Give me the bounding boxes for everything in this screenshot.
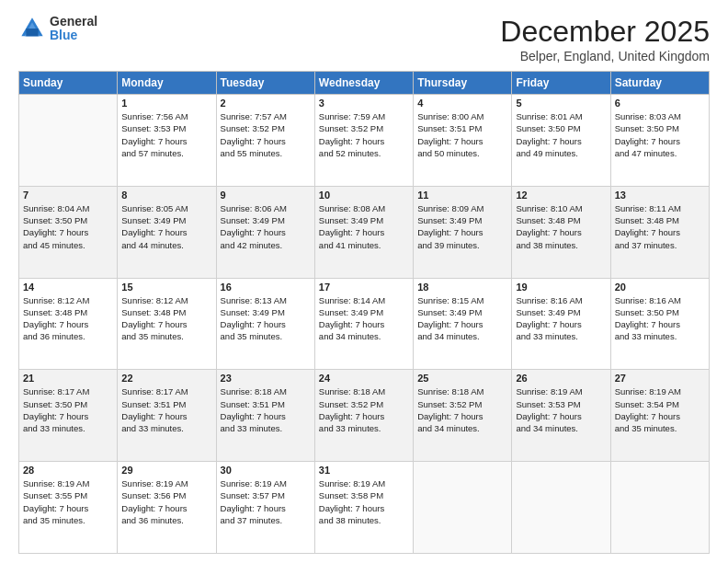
- sunrise-text: Sunrise: 8:00 AM: [417, 111, 483, 121]
- daylight-minutes-text: and 34 minutes.: [417, 423, 480, 433]
- sunrise-text: Sunrise: 8:06 AM: [221, 203, 287, 213]
- sunset-text: Sunset: 3:51 PM: [221, 399, 285, 409]
- sunrise-text: Sunrise: 8:09 AM: [417, 203, 483, 213]
- sunrise-text: Sunrise: 8:18 AM: [221, 386, 287, 396]
- header-tuesday: Tuesday: [216, 72, 314, 95]
- day-info: Sunrise: 8:03 AMSunset: 3:50 PMDaylight:…: [615, 110, 705, 159]
- day-info: Sunrise: 8:17 AMSunset: 3:51 PMDaylight:…: [121, 385, 211, 434]
- calendar-week-row: 7Sunrise: 8:04 AMSunset: 3:50 PMDaylight…: [19, 186, 710, 278]
- table-row: 15Sunrise: 8:12 AMSunset: 3:48 PMDayligh…: [118, 278, 216, 370]
- table-row: 21Sunrise: 8:17 AMSunset: 3:50 PMDayligh…: [19, 370, 118, 462]
- day-number: 5: [516, 98, 606, 109]
- sunrise-text: Sunrise: 8:01 AM: [516, 111, 582, 121]
- day-info: Sunrise: 7:59 AMSunset: 3:52 PMDaylight:…: [319, 110, 409, 159]
- sunset-text: Sunset: 3:58 PM: [319, 490, 383, 500]
- table-row: [610, 462, 709, 554]
- day-number: 8: [121, 190, 211, 201]
- sunset-text: Sunset: 3:49 PM: [516, 307, 580, 317]
- sunset-text: Sunset: 3:49 PM: [121, 215, 186, 225]
- daylight-minutes-text: and 34 minutes.: [417, 331, 480, 341]
- calendar-week-row: 21Sunrise: 8:17 AMSunset: 3:50 PMDayligh…: [19, 370, 710, 462]
- calendar-week-row: 28Sunrise: 8:19 AMSunset: 3:55 PMDayligh…: [19, 462, 710, 554]
- calendar-table: Sunday Monday Tuesday Wednesday Thursday…: [18, 71, 710, 554]
- sunrise-text: Sunrise: 8:04 AM: [23, 203, 89, 213]
- table-row: 4Sunrise: 8:00 AMSunset: 3:51 PMDaylight…: [414, 95, 512, 187]
- sunrise-text: Sunrise: 8:08 AM: [319, 203, 385, 213]
- daylight-text: Daylight: 7 hours: [417, 136, 483, 146]
- sunrise-text: Sunrise: 8:16 AM: [615, 295, 681, 305]
- sunset-text: Sunset: 3:54 PM: [615, 399, 679, 409]
- day-info: Sunrise: 8:17 AMSunset: 3:50 PMDaylight:…: [23, 385, 113, 434]
- day-number: 22: [121, 373, 211, 384]
- sunset-text: Sunset: 3:49 PM: [221, 307, 285, 317]
- daylight-minutes-text: and 45 minutes.: [23, 240, 85, 250]
- sunrise-text: Sunrise: 8:12 AM: [121, 295, 188, 305]
- sunset-text: Sunset: 3:49 PM: [221, 215, 285, 225]
- day-number: 31: [319, 465, 409, 476]
- daylight-text: Daylight: 7 hours: [121, 136, 187, 146]
- daylight-text: Daylight: 7 hours: [23, 227, 88, 237]
- day-number: 19: [516, 282, 606, 293]
- day-info: Sunrise: 8:01 AMSunset: 3:50 PMDaylight:…: [516, 110, 606, 159]
- day-info: Sunrise: 8:19 AMSunset: 3:55 PMDaylight:…: [23, 477, 113, 526]
- daylight-text: Daylight: 7 hours: [23, 411, 88, 421]
- table-row: 30Sunrise: 8:19 AMSunset: 3:57 PMDayligh…: [216, 462, 314, 554]
- day-number: 23: [221, 373, 311, 384]
- daylight-text: Daylight: 7 hours: [516, 319, 581, 329]
- day-info: Sunrise: 8:09 AMSunset: 3:49 PMDaylight:…: [417, 202, 507, 251]
- sunset-text: Sunset: 3:50 PM: [23, 215, 87, 225]
- table-row: 11Sunrise: 8:09 AMSunset: 3:49 PMDayligh…: [414, 186, 512, 278]
- daylight-minutes-text: and 35 minutes.: [221, 331, 283, 341]
- day-number: 3: [319, 98, 409, 109]
- daylight-minutes-text: and 44 minutes.: [121, 240, 184, 250]
- header-saturday: Saturday: [610, 72, 709, 95]
- sunset-text: Sunset: 3:49 PM: [319, 215, 383, 225]
- sunrise-text: Sunrise: 8:15 AM: [417, 295, 483, 305]
- sunrise-text: Sunrise: 8:19 AM: [516, 386, 582, 396]
- daylight-text: Daylight: 7 hours: [319, 227, 384, 237]
- daylight-minutes-text: and 35 minutes.: [121, 331, 184, 341]
- daylight-minutes-text: and 36 minutes.: [121, 515, 184, 525]
- table-row: 1Sunrise: 7:56 AMSunset: 3:53 PMDaylight…: [118, 95, 216, 187]
- sunset-text: Sunset: 3:53 PM: [516, 399, 580, 409]
- calendar-week-row: 14Sunrise: 8:12 AMSunset: 3:48 PMDayligh…: [19, 278, 710, 370]
- day-info: Sunrise: 8:16 AMSunset: 3:49 PMDaylight:…: [516, 294, 606, 343]
- logo: General Blue: [18, 15, 97, 43]
- table-row: 20Sunrise: 8:16 AMSunset: 3:50 PMDayligh…: [610, 278, 709, 370]
- table-row: 31Sunrise: 8:19 AMSunset: 3:58 PMDayligh…: [314, 462, 413, 554]
- sunset-text: Sunset: 3:53 PM: [121, 123, 186, 133]
- daylight-text: Daylight: 7 hours: [23, 503, 88, 513]
- day-info: Sunrise: 8:18 AMSunset: 3:52 PMDaylight:…: [417, 385, 507, 434]
- table-row: 24Sunrise: 8:18 AMSunset: 3:52 PMDayligh…: [314, 370, 413, 462]
- day-number: 27: [615, 373, 705, 384]
- table-row: 18Sunrise: 8:15 AMSunset: 3:49 PMDayligh…: [414, 278, 512, 370]
- sunrise-text: Sunrise: 7:57 AM: [221, 111, 287, 121]
- daylight-text: Daylight: 7 hours: [319, 503, 384, 513]
- day-info: Sunrise: 8:19 AMSunset: 3:53 PMDaylight:…: [516, 385, 606, 434]
- daylight-text: Daylight: 7 hours: [319, 136, 384, 146]
- day-number: 7: [23, 190, 113, 201]
- day-number: 2: [221, 98, 311, 109]
- logo-text: General Blue: [50, 15, 97, 43]
- daylight-text: Daylight: 7 hours: [319, 319, 384, 329]
- daylight-text: Daylight: 7 hours: [417, 319, 483, 329]
- day-number: 9: [221, 190, 311, 201]
- day-number: 28: [23, 465, 113, 476]
- day-info: Sunrise: 8:11 AMSunset: 3:48 PMDaylight:…: [615, 202, 705, 251]
- sunset-text: Sunset: 3:48 PM: [615, 215, 679, 225]
- sunset-text: Sunset: 3:51 PM: [417, 123, 482, 133]
- sunrise-text: Sunrise: 8:03 AM: [615, 111, 681, 121]
- table-row: 2Sunrise: 7:57 AMSunset: 3:52 PMDaylight…: [216, 95, 314, 187]
- day-info: Sunrise: 8:19 AMSunset: 3:57 PMDaylight:…: [221, 477, 311, 526]
- day-number: 24: [319, 373, 409, 384]
- daylight-minutes-text: and 38 minutes.: [516, 240, 578, 250]
- table-row: 23Sunrise: 8:18 AMSunset: 3:51 PMDayligh…: [216, 370, 314, 462]
- logo-blue-text: Blue: [50, 29, 97, 42]
- daylight-minutes-text: and 42 minutes.: [221, 240, 283, 250]
- daylight-minutes-text: and 34 minutes.: [516, 423, 578, 433]
- daylight-text: Daylight: 7 hours: [23, 319, 88, 329]
- table-row: 29Sunrise: 8:19 AMSunset: 3:56 PMDayligh…: [118, 462, 216, 554]
- table-row: 26Sunrise: 8:19 AMSunset: 3:53 PMDayligh…: [512, 370, 610, 462]
- table-row: 17Sunrise: 8:14 AMSunset: 3:49 PMDayligh…: [314, 278, 413, 370]
- sunrise-text: Sunrise: 8:18 AM: [417, 386, 483, 396]
